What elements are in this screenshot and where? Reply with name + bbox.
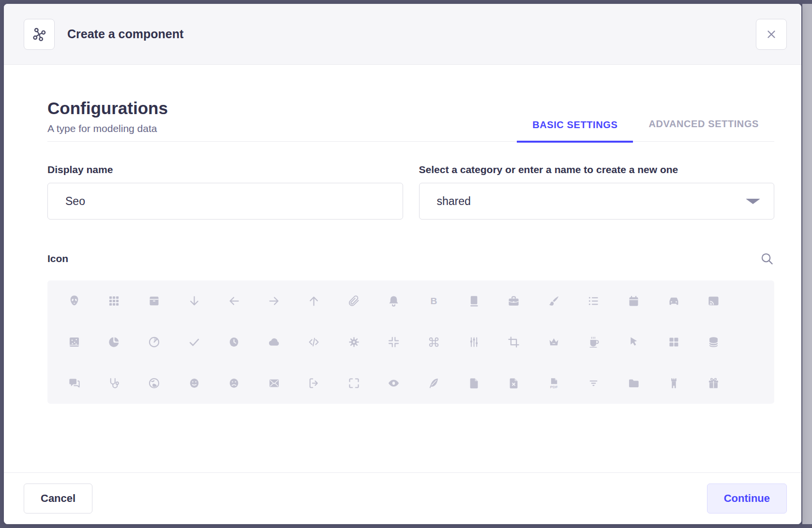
file-icon <box>467 377 481 390</box>
page-title: Configurations <box>47 99 168 118</box>
close-icon <box>765 28 778 41</box>
svg-text:PDF: PDF <box>550 385 558 389</box>
icon-option-collapse[interactable] <box>374 322 414 363</box>
icon-option-emotion-happy[interactable] <box>174 363 214 404</box>
brush-icon <box>547 294 560 308</box>
icon-option-dashboard[interactable] <box>654 322 694 363</box>
icon-option-exit[interactable] <box>294 363 334 404</box>
icon-option-filter[interactable] <box>574 363 614 404</box>
icon-option-discuss[interactable] <box>54 363 94 404</box>
icon-option-car[interactable] <box>654 280 694 322</box>
car-icon <box>667 294 680 308</box>
icon-option-arrow-right[interactable] <box>254 280 294 322</box>
earth-icon <box>148 377 161 390</box>
arrow-down-icon <box>188 294 201 308</box>
icon-option-file[interactable] <box>454 363 494 404</box>
category-label: Select a category or enter a name to cre… <box>419 164 775 176</box>
category-select[interactable]: shared <box>419 183 775 220</box>
icon-option-arrow-down[interactable] <box>174 280 214 322</box>
emotion-unhappy-icon <box>227 377 241 390</box>
icon-option-cloud[interactable] <box>254 322 294 363</box>
icon-option-apps[interactable] <box>94 280 135 322</box>
icon-option-attachment[interactable] <box>334 280 374 322</box>
icon-option-book[interactable] <box>454 280 494 322</box>
icon-option-arrow-left[interactable] <box>214 280 254 322</box>
icon-option-cog[interactable] <box>334 322 374 363</box>
exit-icon <box>307 377 320 390</box>
file-error-icon <box>507 377 520 390</box>
icon-option-calendar[interactable] <box>614 280 654 322</box>
tab-basic-settings[interactable]: BASIC SETTINGS <box>517 118 633 143</box>
display-name-input[interactable] <box>47 183 403 220</box>
icon-option-gift[interactable] <box>693 363 734 404</box>
feather-icon <box>427 377 440 390</box>
icon-option-cursor[interactable] <box>614 322 654 363</box>
svg-text:B: B <box>431 296 437 306</box>
tab-advanced-settings[interactable]: ADVANCED SETTINGS <box>633 118 774 141</box>
doctor-icon <box>107 377 120 390</box>
chart-circle-icon <box>107 336 120 349</box>
icon-option-clock[interactable] <box>214 322 254 363</box>
cancel-button[interactable]: Cancel <box>24 484 92 513</box>
icon-option-chart-circle[interactable] <box>94 322 135 363</box>
icon-picker-head: Icon <box>47 251 774 266</box>
icon-option-expand[interactable] <box>334 363 374 404</box>
create-component-modal: Create a component Configurations A type… <box>4 4 801 524</box>
cursor-icon <box>627 336 640 349</box>
icon-option-cast[interactable] <box>693 280 734 322</box>
icon-option-feather[interactable] <box>414 363 454 404</box>
section-head: Configurations A type for modeling data … <box>47 99 774 142</box>
icon-option-brush[interactable] <box>534 280 574 322</box>
icon-option-doctor[interactable] <box>94 363 135 404</box>
icon-option-gate[interactable] <box>654 363 694 404</box>
caret-down-icon <box>746 199 760 204</box>
icon-option-crown[interactable] <box>534 322 574 363</box>
icon-option-envelop[interactable] <box>254 363 294 404</box>
close-button[interactable] <box>756 19 787 50</box>
icon-option-alien[interactable] <box>54 280 94 322</box>
cast-icon <box>707 294 720 308</box>
icon-option-chart-bubble[interactable] <box>54 322 94 363</box>
icon-option-database[interactable] <box>693 322 734 363</box>
arrow-left-icon <box>227 294 241 308</box>
icon-option-briefcase[interactable] <box>494 280 534 322</box>
icon-option-check[interactable] <box>174 322 214 363</box>
icon-option-emotion-unhappy[interactable] <box>214 363 254 404</box>
icon-option-file-error[interactable] <box>494 363 534 404</box>
apps-icon <box>107 294 120 308</box>
icon-search-button[interactable] <box>760 251 774 266</box>
icon-option-bullet-list[interactable] <box>574 280 614 322</box>
icon-option-connector[interactable] <box>454 322 494 363</box>
component-icon-badge <box>24 19 55 50</box>
icon-option-file-pdf[interactable]: PDF <box>534 363 574 404</box>
modal-title: Create a component <box>67 27 183 41</box>
cup-icon <box>587 336 600 349</box>
icon-option-cup[interactable] <box>574 322 614 363</box>
icon-option-chart-pie[interactable] <box>134 322 174 363</box>
modal-header: Create a component <box>4 4 801 65</box>
background-scrollbar[interactable] <box>802 4 812 524</box>
icon-option-arrow-up[interactable] <box>294 280 334 322</box>
icon-option-bell[interactable] <box>374 280 414 322</box>
category-select-value: shared <box>437 195 471 208</box>
crown-icon <box>547 336 560 349</box>
category-field: Select a category or enter a name to cre… <box>419 164 775 220</box>
form-row: Display name Select a category or enter … <box>47 164 774 220</box>
icon-option-code[interactable] <box>294 322 334 363</box>
continue-button[interactable]: Continue <box>707 484 787 513</box>
icon-option-earth[interactable] <box>134 363 174 404</box>
cloud-icon <box>268 336 281 349</box>
icon-option-folder[interactable] <box>614 363 654 404</box>
envelop-icon <box>268 377 281 390</box>
icon-option-bold[interactable]: B <box>414 280 454 322</box>
icon-option-eye[interactable] <box>374 363 414 404</box>
bell-icon <box>387 294 400 308</box>
briefcase-icon <box>507 294 520 308</box>
arrow-right-icon <box>268 294 281 308</box>
file-pdf-icon: PDF <box>547 377 560 390</box>
icon-option-archive[interactable] <box>134 280 174 322</box>
icon-grid: BPDF <box>47 280 774 404</box>
eye-icon <box>387 377 400 390</box>
icon-option-command[interactable] <box>414 322 454 363</box>
icon-option-crop[interactable] <box>494 322 534 363</box>
